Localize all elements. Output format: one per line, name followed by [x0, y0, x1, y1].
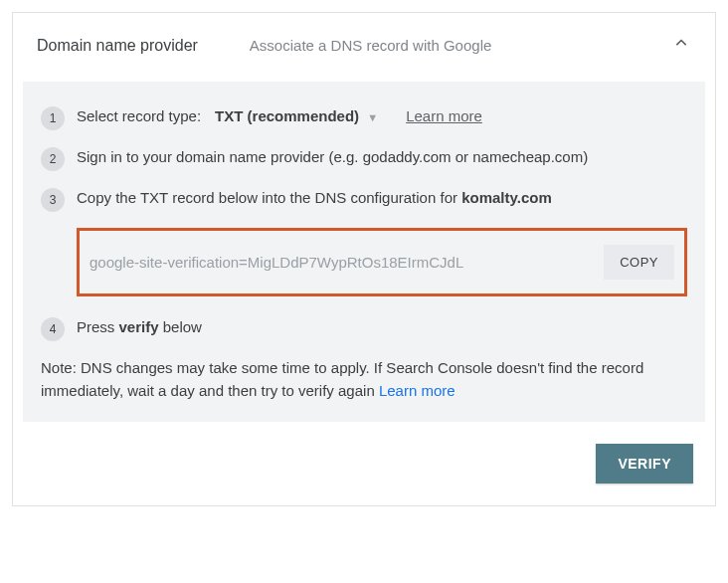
- step-3: 3 Copy the TXT record below into the DNS…: [41, 187, 687, 296]
- step-1: 1 Select record type: TXT (recommended) …: [41, 105, 687, 130]
- step-2: 2 Sign in to your domain name provider (…: [41, 146, 687, 171]
- instructions-panel: 1 Select record type: TXT (recommended) …: [23, 82, 705, 422]
- caret-down-icon: ▼: [367, 111, 378, 123]
- domain-name: komalty.com: [461, 189, 552, 206]
- step-number-badge: 1: [41, 106, 65, 130]
- step-4-suffix: below: [159, 318, 202, 335]
- verification-card: Domain name provider Associate a DNS rec…: [12, 12, 716, 506]
- step-1-label: Select record type:: [77, 105, 201, 128]
- step-2-text: Sign in to your domain name provider (e.…: [77, 146, 687, 169]
- step-3-text-prefix: Copy the TXT record below into the DNS c…: [77, 189, 461, 206]
- step-4-prefix: Press: [77, 318, 119, 335]
- header-subtitle: Associate a DNS record with Google: [250, 37, 491, 54]
- note-body: Note: DNS changes may take some time to …: [41, 359, 643, 399]
- copy-button[interactable]: COPY: [604, 245, 674, 280]
- note-text: Note: DNS changes may take some time to …: [41, 357, 687, 402]
- step-4: 4 Press verify below: [41, 316, 687, 341]
- record-type-select[interactable]: TXT (recommended) ▼: [215, 105, 386, 128]
- txt-record-value[interactable]: google-site-verification=MigLDdP7WypRtOs…: [90, 254, 596, 271]
- card-footer: VERIFY: [13, 422, 715, 505]
- header-title: Domain name provider: [37, 37, 198, 55]
- txt-record-box: google-site-verification=MigLDdP7WypRtOs…: [77, 228, 687, 296]
- record-type-value: TXT (recommended): [215, 107, 359, 124]
- verify-button[interactable]: VERIFY: [596, 444, 693, 484]
- step-number-badge: 4: [41, 317, 65, 341]
- step-4-bold: verify: [119, 318, 159, 335]
- note-learn-more-link[interactable]: Learn more: [379, 382, 455, 399]
- card-header[interactable]: Domain name provider Associate a DNS rec…: [13, 13, 715, 74]
- step-number-badge: 2: [41, 147, 65, 171]
- step-number-badge: 3: [41, 188, 65, 212]
- chevron-up-icon[interactable]: [671, 33, 691, 58]
- learn-more-link[interactable]: Learn more: [406, 105, 482, 128]
